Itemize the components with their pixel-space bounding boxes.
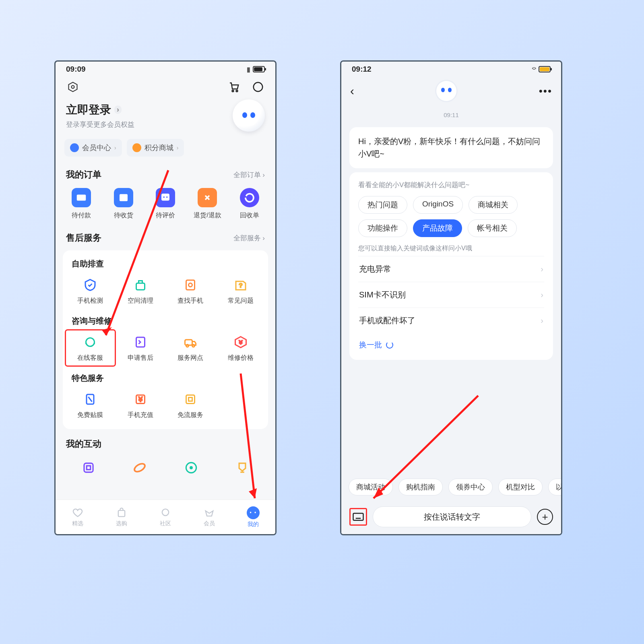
svc-phone-check[interactable]: 手机检测 [65,272,116,309]
svc-service-point[interactable]: 服务网点 [165,330,216,366]
timestamp: 09:11 [341,107,561,123]
cart-icon[interactable] [227,80,241,94]
refresh-link[interactable]: 换一批 [358,333,544,352]
interact-icon-1[interactable] [80,459,97,477]
avatar[interactable] [233,99,265,132]
svc-free-film[interactable]: 免费贴膜 [65,387,116,423]
plus-icon[interactable]: + [537,509,553,525]
order-pending-ship[interactable]: 待收货 [102,188,144,220]
quick-4[interactable]: 以 [548,479,561,495]
topic-0[interactable]: 热门问题 [358,196,407,214]
left-phone-frame: 09:09 ▮ 立即登录› 登录享受更多会员权益 会员中心› 积分商城› [54,60,277,535]
svc-faq[interactable]: ?常见问题 [216,272,266,309]
order-pending-pay[interactable]: 待付款 [60,188,102,220]
quick-1[interactable]: 购机指南 [398,479,443,495]
topic-5[interactable]: 帐号相关 [468,219,517,237]
svg-text:¥: ¥ [138,396,142,403]
svc-clean[interactable]: 空间清理 [116,272,166,309]
member-center-chip[interactable]: 会员中心› [64,139,122,157]
svc-free-data[interactable]: 免流服务 [165,387,216,423]
svg-rect-6 [120,194,128,201]
svg-rect-31 [118,510,125,516]
interact-icon-4[interactable] [233,459,251,477]
message-icon[interactable] [251,80,265,94]
svc-online-service[interactable]: 在线客服 [65,330,116,366]
topic-2[interactable]: 商城相关 [469,196,518,214]
svc-apply-after[interactable]: 申请售后 [116,330,166,366]
services-card: 自助排查 手机检测 空间清理 查找手机 ?常见问题 咨询与维修 在线客服 申请售… [63,250,268,429]
svg-point-1 [72,86,74,89]
orders-header: 我的订单 全部订单 › [56,161,275,184]
orders-grid: 待付款 待收货 待评价 退货/退款 回收单 [56,184,275,224]
svc-find-phone[interactable]: 查找手机 [165,272,216,309]
battery-icon-r [539,66,551,72]
svg-rect-24 [186,395,195,404]
topic-3[interactable]: 功能操作 [358,219,407,237]
svc-recharge[interactable]: ¥手机充值 [116,387,166,423]
svg-point-28 [133,462,147,473]
faq-1[interactable]: SIM卡不识别› [358,282,544,308]
order-recycle[interactable]: 回收单 [229,188,270,220]
quick-chips: 会员中心› 积分商城› [56,135,275,161]
services-all-link[interactable]: 全部服务 › [233,233,265,243]
svc-repair-price[interactable]: ¥维修价格 [216,330,266,366]
consult-title: 咨询与维修 [65,309,266,330]
settings-hex-icon[interactable] [66,80,80,94]
tab-member[interactable]: 会员 [188,500,231,534]
interact-header: 我的互动 [56,432,275,453]
login-title[interactable]: 立即登录› [66,102,134,118]
status-signal-icon: ▮ [247,66,250,73]
svg-rect-27 [87,466,91,470]
svg-text:?: ? [239,282,242,289]
bot-avatar[interactable] [436,81,456,101]
svg-point-12 [189,283,192,287]
tab-bar: 精选 选购 社区 会员 我的 [56,500,275,534]
points-mall-chip[interactable]: 积分商城› [127,139,184,157]
special-title: 特色服务 [65,366,266,387]
svg-rect-7 [161,194,169,201]
svg-point-9 [166,196,168,198]
self-check-title: 自助排查 [65,252,266,272]
topic-4[interactable]: 产品故障 [413,219,462,237]
orders-all-link[interactable]: 全部订单 › [233,170,265,180]
svg-text:¥: ¥ [239,339,242,345]
interact-title: 我的互动 [66,438,101,450]
refresh-icon [386,341,393,349]
svg-point-2 [232,90,234,92]
quick-3[interactable]: 机型对比 [498,479,543,495]
interact-icon-2[interactable] [131,459,149,477]
more-icon[interactable]: ••• [539,85,552,97]
hint-line-2: 您可以直接输入关键词或像这样问小V哦 [358,244,544,253]
topic-1[interactable]: OriginOS [413,196,463,214]
faq-0[interactable]: 充电异常› [358,256,544,282]
tab-featured[interactable]: 精选 [56,500,99,534]
interact-icon-3[interactable] [182,459,200,477]
quick-0[interactable]: 商城活动 [349,479,393,495]
quick-2[interactable]: 领券中心 [448,479,493,495]
battery-icon [253,66,265,72]
quick-chips-row: 商城活动 购机指南 领券中心 机型对比 以 [341,479,561,495]
tab-mine[interactable]: 我的 [231,500,275,534]
tab-mine-icon [247,506,260,519]
faq-2[interactable]: 手机或配件坏了› [358,308,544,333]
svg-rect-10 [136,283,144,290]
svg-rect-26 [84,463,93,472]
services-title: 售后服务 [66,232,101,244]
svg-rect-11 [186,280,195,290]
hint-line-1: 看看全能的小V都能解决什么问题吧~ [358,180,544,190]
profile-row: 立即登录› 登录享受更多会员权益 [56,97,275,135]
voice-input[interactable]: 按住说话转文字 [373,506,531,527]
suggestion-card: 看看全能的小V都能解决什么问题吧~ 热门问题 OriginOS 商城相关 功能操… [349,172,553,360]
tab-shop[interactable]: 选购 [99,500,143,534]
order-return[interactable]: 退货/退款 [186,188,228,220]
chat-toolbar: ‹ ••• [341,75,561,107]
keyboard-icon[interactable] [349,508,367,526]
svg-rect-5 [77,195,86,201]
back-icon[interactable]: ‹ [350,84,354,98]
svg-point-30 [190,467,192,469]
svg-marker-0 [69,82,77,91]
topic-pills: 热门问题 OriginOS 商城相关 功能操作 产品故障 帐号相关 [358,196,544,237]
order-review[interactable]: 待评价 [144,188,186,220]
right-phone-frame: 09:12 ⌔ ‹ ••• 09:11 Hi，亲爱的V粉，新年快乐！有什么问题，… [340,60,562,535]
tab-community[interactable]: 社区 [143,500,187,534]
